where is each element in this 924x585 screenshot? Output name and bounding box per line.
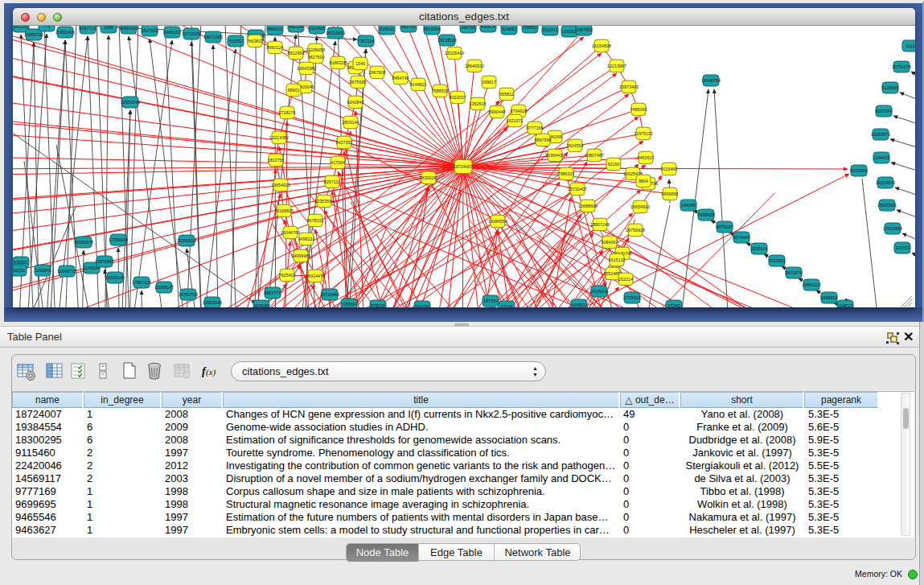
svg-text:8471676: 8471676: [786, 270, 803, 275]
svg-text:832203: 832203: [543, 27, 557, 32]
svg-text:20953546: 20953546: [121, 100, 140, 105]
svg-text:9804: 9804: [639, 179, 648, 183]
svg-text:943156: 943156: [14, 26, 28, 29]
svg-text:9057712: 9057712: [80, 26, 97, 31]
svg-text:16210643: 16210643: [876, 180, 895, 185]
svg-text:1621072: 1621072: [507, 118, 524, 123]
svg-text:604513: 604513: [572, 303, 586, 307]
svg-text:164095: 164095: [681, 203, 696, 208]
svg-text:435001: 435001: [14, 260, 28, 265]
svg-text:845474: 845474: [481, 26, 495, 29]
svg-text:16782759: 16782759: [179, 292, 198, 297]
svg-text:15692901: 15692901: [877, 203, 897, 208]
svg-text:12923446: 12923446: [203, 300, 222, 305]
svg-text:19756928: 19756928: [626, 228, 645, 233]
svg-text:98901: 98901: [288, 88, 300, 93]
svg-text:1546: 1546: [355, 61, 365, 66]
svg-text:15716485: 15716485: [320, 292, 339, 297]
svg-text:16671385: 16671385: [203, 35, 223, 39]
svg-text:1156849: 1156849: [35, 268, 51, 273]
svg-text:7986322: 7986322: [558, 171, 575, 176]
svg-text:16154838: 16154838: [592, 43, 611, 48]
svg-text:97245: 97245: [668, 303, 680, 307]
svg-text:9115460: 9115460: [661, 167, 678, 171]
svg-text:14099489: 14099489: [291, 253, 310, 258]
svg-text:8454749: 8454749: [392, 76, 409, 80]
svg-text:6897568: 6897568: [535, 138, 552, 142]
svg-text:39159: 39159: [13, 268, 25, 273]
svg-text:13975887: 13975887: [95, 259, 114, 264]
svg-text:2967608: 2967608: [369, 70, 386, 75]
svg-text:9777169: 9777169: [527, 126, 544, 130]
svg-text:19218506: 19218506: [437, 38, 457, 43]
svg-text:62160: 62160: [608, 162, 620, 167]
svg-text:16033809: 16033809: [326, 31, 345, 35]
svg-text:6879197: 6879197: [717, 225, 733, 229]
svg-text:8215955: 8215955: [851, 168, 868, 173]
svg-text:9245652: 9245652: [821, 295, 838, 300]
svg-text:17957225: 17957225: [132, 280, 151, 285]
svg-text:10719155: 10719155: [182, 31, 201, 36]
svg-text:12093872: 12093872: [871, 132, 890, 137]
svg-text:10688609: 10688609: [578, 204, 598, 208]
svg-text:8813054: 8813054: [424, 27, 441, 31]
svg-text:982750: 982750: [401, 26, 416, 29]
svg-text:9129966: 9129966: [882, 85, 899, 90]
svg-text:10958147: 10958147: [154, 285, 174, 290]
svg-text:12505135: 12505135: [105, 275, 125, 280]
svg-text:1322605: 1322605: [309, 26, 326, 31]
svg-text:8678332: 8678332: [307, 218, 324, 223]
svg-text:2087682: 2087682: [576, 27, 593, 32]
svg-text:8660124: 8660124: [267, 45, 284, 50]
svg-text:10653267: 10653267: [119, 26, 138, 31]
svg-text:9227343: 9227343: [876, 109, 893, 113]
svg-text:187354: 187354: [483, 299, 498, 303]
svg-text:12213382: 12213382: [269, 135, 289, 140]
svg-text:8990448: 8990448: [489, 109, 506, 114]
svg-text:13325419: 13325419: [445, 51, 464, 56]
svg-text:1244415: 1244415: [873, 155, 890, 160]
svg-text:17016504: 17016504: [883, 226, 902, 231]
svg-text:8427552: 8427552: [336, 140, 353, 145]
svg-text:818632: 818632: [380, 27, 394, 31]
svg-text:6794028: 6794028: [511, 109, 528, 113]
svg-text:1733426: 1733426: [624, 295, 641, 300]
svg-text:3498222: 3498222: [298, 237, 315, 241]
svg-text:18640910: 18640910: [465, 64, 484, 68]
svg-text:16543382: 16543382: [297, 66, 316, 71]
svg-text:12942757: 12942757: [57, 269, 76, 274]
svg-text:8322037: 8322037: [450, 95, 466, 100]
svg-text:7632621: 7632621: [769, 258, 786, 263]
svg-text:9146821: 9146821: [410, 82, 427, 87]
svg-text:20206578: 20206578: [74, 240, 93, 245]
svg-text:1615132: 1615132: [609, 257, 626, 262]
svg-text:19654923: 19654923: [271, 183, 290, 187]
svg-text:7357224: 7357224: [358, 39, 375, 43]
svg-text:16648764: 16648764: [701, 78, 721, 83]
svg-text:2718176: 2718176: [279, 110, 296, 115]
svg-text:296760: 296760: [461, 26, 475, 30]
svg-text:20364436: 20364436: [545, 153, 565, 158]
svg-text:3675685: 3675685: [350, 80, 367, 84]
svg-text:1112: 1112: [906, 43, 914, 48]
svg-text:18300295: 18300295: [419, 175, 438, 180]
svg-text:924506: 924506: [254, 303, 269, 307]
svg-text:19654923: 19654923: [630, 204, 650, 209]
svg-text:12353594: 12353594: [314, 199, 334, 204]
svg-text:751552: 751552: [228, 39, 243, 43]
svg-text:9084067: 9084067: [602, 240, 618, 245]
svg-text:10973493: 10973493: [619, 84, 639, 89]
svg-text:15751074: 15751074: [892, 64, 911, 69]
svg-text:3624554: 3624554: [567, 143, 584, 148]
svg-text:1810755: 1810755: [268, 158, 285, 163]
svg-text:104513: 104513: [838, 303, 852, 307]
svg-text:758852: 758852: [523, 26, 537, 30]
svg-text:17359924: 17359924: [109, 237, 128, 242]
svg-text:1527602: 1527602: [142, 28, 158, 33]
svg-text:2935114: 2935114: [751, 246, 768, 251]
svg-text:20691406: 20691406: [55, 30, 75, 35]
svg-text:18807249: 18807249: [590, 222, 610, 227]
svg-text:7485063: 7485063: [630, 107, 647, 112]
svg-text:16914479: 16914479: [306, 274, 325, 278]
svg-text:12213967: 12213967: [607, 64, 626, 68]
